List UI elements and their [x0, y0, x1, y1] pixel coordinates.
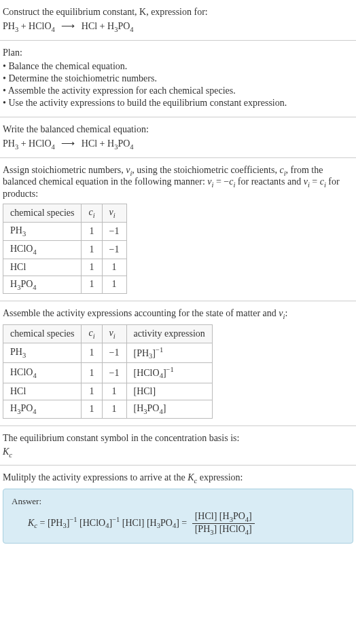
cell-species: H3PO4	[3, 400, 82, 418]
text: ]	[249, 524, 252, 534]
balanced-title: Write the balanced chemical equation:	[3, 124, 353, 135]
cell-nu: −1	[102, 363, 126, 383]
text: [PH	[134, 348, 149, 358]
plan-section: Plan: • Balance the chemical equation. •…	[0, 41, 356, 117]
species: PH	[3, 21, 15, 31]
denominator: [PH3] [HClO4]	[192, 524, 255, 536]
species: PO	[118, 21, 130, 31]
stoich-table: chemical species ci νi PH3 1 −1 HClO4 1 …	[3, 204, 127, 294]
species: PH	[3, 138, 15, 149]
table-header-row: chemical species ci νi activity expressi…	[3, 325, 213, 343]
cell-c: 1	[82, 363, 102, 383]
prompt-text: Construct the equilibrium constant, K, e…	[3, 7, 208, 17]
species: PH	[10, 347, 22, 357]
cell-species: PH3	[3, 222, 82, 240]
table-row: PH3 1 −1 [PH3]−1	[3, 343, 213, 362]
cell-nu: −1	[102, 222, 126, 240]
text: Assemble the activity expressions accoun…	[3, 308, 279, 318]
text: PO	[233, 511, 245, 521]
subscript: 3	[22, 352, 26, 359]
species: HCl	[82, 138, 97, 149]
cell-c: 1	[82, 400, 102, 418]
plan-title: Plan:	[3, 48, 353, 58]
arrow-icon: ⟶	[57, 21, 79, 31]
plan-item: • Determine the stoichiometric numbers.	[3, 73, 353, 84]
k-symbol: K	[3, 447, 9, 457]
activity-table: chemical species ci νi activity expressi…	[3, 324, 213, 419]
subscript: 4	[33, 248, 36, 256]
fraction: [HCl] [H3PO4][PH3] [HClO4]	[192, 511, 255, 536]
plus: +	[97, 138, 107, 149]
col-activity: activity expression	[126, 325, 212, 343]
answer-label: Answer:	[12, 496, 344, 507]
cell-c: 1	[82, 276, 102, 294]
subscript: 4	[130, 26, 133, 33]
text: Assign stoichiometric numbers,	[3, 165, 126, 175]
k-symbol: K	[188, 472, 194, 482]
answer-section: Mulitply the activity expressions to arr…	[0, 466, 356, 550]
table-row: H3PO4 1 1	[3, 276, 127, 294]
text: :	[285, 308, 287, 318]
species: HCl	[82, 21, 97, 31]
subscript: i	[93, 333, 95, 340]
cell-nu: 1	[102, 383, 126, 400]
text: expression:	[197, 472, 243, 482]
subscript: c	[9, 451, 12, 458]
superscript: −1	[69, 516, 77, 523]
balanced-section: Write the balanced chemical equation: PH…	[0, 117, 356, 158]
text: ]	[249, 511, 252, 521]
text: = −	[213, 176, 229, 187]
cell-species: PH3	[3, 343, 82, 362]
kc-symbol: Kc	[3, 447, 353, 459]
species: HCl	[10, 386, 26, 396]
cell-species: HClO4	[3, 240, 82, 259]
stoich-intro: Assign stoichiometric numbers, νi, using…	[3, 165, 353, 200]
unbalanced-equation: PH3 + HClO4 ⟶ HCl + H3PO4	[3, 20, 353, 33]
species: HClO	[10, 244, 33, 254]
cell-c: 1	[82, 343, 102, 362]
plan-item: • Balance the chemical equation.	[3, 61, 353, 72]
cell-activity: [H3PO4]	[126, 400, 212, 418]
superscript: −1	[166, 366, 174, 373]
text: ] =	[176, 518, 190, 528]
cell-nu: 1	[102, 276, 126, 294]
text: =	[310, 176, 320, 187]
prompt-line: Construct the equilibrium constant, K, e…	[3, 7, 353, 18]
table-row: HClO4 1 −1	[3, 240, 127, 259]
text: [HClO	[134, 368, 160, 378]
col-species: chemical species	[3, 204, 82, 223]
superscript: −1	[112, 516, 120, 523]
species: HCl	[10, 262, 26, 272]
subscript: i	[93, 212, 95, 219]
cell-c: 1	[82, 259, 102, 276]
table-row: HCl 1 1	[3, 259, 127, 276]
cell-nu: 1	[102, 259, 126, 276]
cell-nu: 1	[102, 400, 126, 418]
text: [H	[134, 403, 144, 413]
text: [HCl] [H	[120, 518, 156, 528]
species: H	[107, 21, 114, 31]
subscript: 4	[130, 143, 133, 151]
subscript: 3	[63, 523, 66, 530]
plus: +	[18, 21, 29, 31]
cell-species: HCl	[3, 259, 82, 276]
col-c: ci	[82, 204, 102, 223]
species: HClO	[29, 138, 51, 149]
table-row: HClO4 1 −1 [HClO4]−1	[3, 363, 213, 383]
col-nu: νi	[102, 204, 126, 223]
cell-c: 1	[82, 222, 102, 240]
cell-c: 1	[82, 240, 102, 259]
k-symbol: K	[28, 518, 34, 528]
equals: =	[37, 518, 48, 528]
species: PO	[20, 279, 33, 289]
text: ] [HClO	[214, 524, 245, 534]
subscript: 4	[33, 283, 36, 290]
subscript: 3	[22, 230, 26, 238]
subscript: 4	[33, 408, 36, 415]
text: [HCl] [H	[195, 511, 230, 521]
species: PO	[118, 138, 130, 149]
kc-symbol-section: The equilibrium constant symbol in the c…	[0, 426, 356, 466]
species: HClO	[10, 367, 33, 377]
species: PH	[10, 225, 22, 235]
plus: +	[18, 138, 29, 149]
